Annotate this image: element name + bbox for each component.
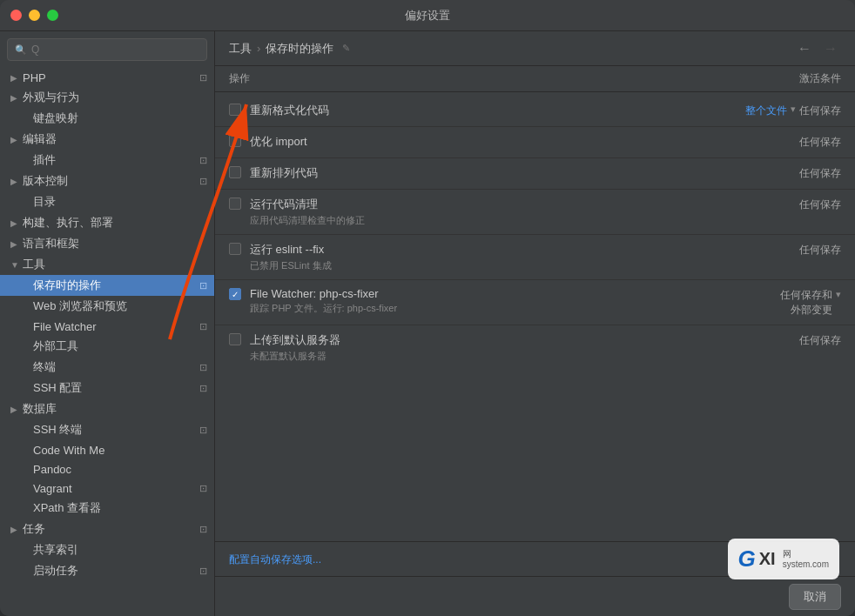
reformat-checkbox[interactable] (229, 104, 241, 116)
sidebar-item-xpath[interactable]: XPath 查看器 (0, 498, 214, 519)
checkbox-area (229, 103, 250, 116)
sidebar-item-label: SSH 配置 (33, 380, 196, 396)
items-list: 重新格式化代码 整个文件 ▾ 任何保存 (215, 92, 855, 541)
code-cleanup-checkbox[interactable] (229, 198, 241, 210)
chevron-icon: ▶ (10, 405, 19, 414)
breadcrumb-separator: › (257, 42, 260, 55)
action-info: File Watcher: php-cs-fixer 跟踪 PHP 文件。运行:… (250, 287, 702, 315)
optimize-import-checkbox[interactable] (229, 135, 241, 147)
dropdown-icon[interactable]: ▾ (836, 289, 841, 300)
sidebar-item-label: 终端 (33, 359, 196, 375)
chevron-icon: ▶ (10, 135, 19, 144)
chevron-icon: ▶ (10, 218, 19, 228)
sidebar-item-web-browser[interactable]: Web 浏览器和预览 (0, 296, 214, 317)
sidebar-item-php[interactable]: ▶ PHP ⊡ (0, 68, 214, 87)
sidebar-item-label: 键盘映射 (33, 110, 207, 126)
action-item-file-watcher: File Watcher: php-cs-fixer 跟踪 PHP 文件。运行:… (215, 280, 855, 325)
condition-area: 任何保存 (702, 242, 841, 258)
sidebar-item-lang[interactable]: ▶ 语言和框架 (0, 233, 214, 254)
dropdown-icon[interactable]: ▾ (791, 104, 796, 115)
sidebar-item-file-watcher[interactable]: File Watcher ⊡ (0, 317, 214, 336)
sidebar-item-tasks[interactable]: ▶ 任务 ⊡ (0, 519, 214, 539)
eslint-checkbox[interactable] (229, 243, 241, 255)
condition-text: 任何保存 (799, 198, 841, 212)
sidebar-item-vagrant[interactable]: Vagrant ⊡ (0, 479, 214, 498)
sidebar-item-label: 语言和框架 (23, 236, 207, 251)
col-action-header: 操作 (229, 71, 702, 86)
rearrange-checkbox[interactable] (229, 166, 241, 178)
condition-text: 任何保存 (799, 135, 841, 150)
condition-link[interactable]: 整个文件 (745, 104, 787, 118)
checkbox-area (229, 197, 250, 210)
bottom-bar: 取消 (215, 576, 855, 616)
action-info: 运行 eslint --fix 已禁用 ESLint 集成 (250, 242, 702, 272)
chevron-icon: ▶ (10, 239, 19, 249)
sidebar-item-save-actions[interactable]: 保存时的操作 ⊡ (0, 275, 214, 296)
sidebar-item-label: 保存时的操作 (33, 278, 196, 293)
action-name: 上传到默认服务器 (250, 332, 702, 348)
sidebar-item-label: 插件 (33, 152, 196, 168)
table-header: 操作 激活条件 (215, 66, 855, 92)
watermark-text: 网system.com (783, 549, 829, 570)
sidebar-item-editor[interactable]: ▶ 编辑器 (0, 129, 214, 150)
action-item-optimize-import: 优化 import 任何保存 (215, 127, 855, 158)
sidebar-item-keymap[interactable]: 键盘映射 (0, 108, 214, 129)
action-name: 运行代码清理 (250, 197, 702, 212)
breadcrumb: 工具 › 保存时的操作 ✎ (229, 41, 350, 57)
sidebar-item-tools[interactable]: ▼ 工具 (0, 254, 214, 275)
sidebar-item-plugins[interactable]: 插件 ⊡ (0, 150, 214, 171)
minimize-button[interactable] (29, 10, 40, 21)
nav-forward-button[interactable]: → (820, 39, 841, 58)
sidebar-item-database[interactable]: ▶ 数据库 (0, 398, 214, 419)
sidebar-item-ssh-terminal[interactable]: SSH 终端 ⊡ (0, 419, 214, 440)
sidebar-item-vcs[interactable]: ▶ 版本控制 ⊡ (0, 171, 214, 191)
action-item-eslint: 运行 eslint --fix 已禁用 ESLint 集成 任何保存 (215, 235, 855, 280)
sidebar-item-appearance[interactable]: ▶ 外观与行为 (0, 87, 214, 108)
cancel-button[interactable]: 取消 (789, 584, 841, 610)
sidebar-item-external-tools[interactable]: 外部工具 (0, 336, 214, 357)
checkbox-area (229, 332, 250, 345)
sidebar-item-code-with-me[interactable]: Code With Me (0, 440, 214, 459)
window-title: 偏好设置 (405, 8, 450, 23)
sync-icon: ⊡ (199, 280, 207, 291)
sidebar-item-terminal[interactable]: 终端 ⊡ (0, 357, 214, 378)
sync-icon: ⊡ (199, 321, 207, 332)
sync-icon: ⊡ (199, 425, 207, 436)
sidebar-item-label: SSH 终端 (33, 422, 196, 438)
sidebar-item-label: Code With Me (33, 444, 207, 457)
sidebar-item-build[interactable]: ▶ 构建、执行、部署 (0, 212, 214, 233)
file-watcher-checkbox[interactable] (229, 288, 241, 300)
watermark-xi: XI (759, 549, 776, 569)
condition-text: 任何保存和外部变更 (780, 288, 832, 318)
condition-area: 任何保存 (702, 134, 841, 150)
action-name: 运行 eslint --fix (250, 242, 702, 258)
sidebar-item-ssh-config[interactable]: SSH 配置 ⊡ (0, 378, 214, 398)
close-button[interactable] (10, 10, 22, 21)
nav-buttons: ← → (794, 39, 841, 58)
condition-text: 任何保存 (799, 104, 841, 118)
action-info: 重新格式化代码 (250, 103, 702, 118)
sidebar-item-shared-index[interactable]: 共享索引 (0, 539, 214, 560)
sidebar-item-pandoc[interactable]: Pandoc (0, 459, 214, 479)
chevron-icon: ▶ (10, 93, 19, 103)
config-link[interactable]: 配置自动保存选项... (229, 553, 321, 566)
nav-back-button[interactable]: ← (794, 39, 815, 58)
content-area: 🔍 ▶ PHP ⊡ ▶ 外观与行为 (0, 31, 855, 616)
search-box[interactable]: 🔍 (7, 38, 207, 61)
sidebar-item-startup-tasks[interactable]: 启动任务 ⊡ (0, 560, 214, 581)
sync-icon: ⊡ (199, 72, 207, 84)
condition-area: 任何保存 (702, 197, 841, 212)
sync-icon: ⊡ (199, 524, 207, 535)
action-item-rearrange: 重新排列代码 任何保存 (215, 158, 855, 190)
sidebar-item-label: XPath 查看器 (33, 500, 207, 516)
window-controls (10, 10, 58, 21)
sidebar-item-directory[interactable]: 目录 (0, 191, 214, 212)
action-name: File Watcher: php-cs-fixer (250, 287, 702, 300)
upload-checkbox[interactable] (229, 333, 241, 345)
search-input[interactable] (31, 44, 199, 56)
action-desc: 应用代码清理检查中的修正 (250, 214, 702, 227)
sync-icon: ⊡ (199, 383, 207, 394)
maximize-button[interactable] (47, 10, 58, 21)
sidebar-item-label: 共享索引 (33, 542, 207, 558)
search-icon: 🔍 (15, 44, 27, 56)
